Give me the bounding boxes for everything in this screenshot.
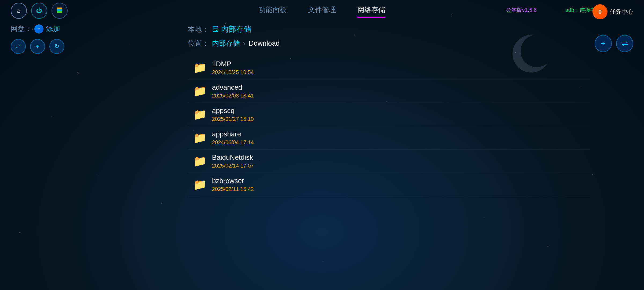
tab-function[interactable]: 功能面板 <box>259 5 287 17</box>
svg-rect-2 <box>57 11 62 13</box>
task-center-label[interactable]: 任务中心 <box>610 8 633 16</box>
storage-device-icon: 🖫 <box>212 25 219 34</box>
file-item[interactable]: 📁 1DMP 2024/10/25 10:54 <box>188 56 590 79</box>
right-plus-icon: + <box>601 39 605 48</box>
add-icon: + <box>36 43 39 50</box>
file-info: appscq 2025/01/27 15:10 <box>212 107 254 122</box>
left-icon-buttons: ⌂ ⏻ <box>11 3 68 19</box>
home-icon: ⌂ <box>17 7 20 14</box>
adb-status: adb：连接中 <box>565 6 596 14</box>
local-label: 本地： <box>188 25 209 34</box>
file-item[interactable]: 📁 BaiduNetdisk 2025/02/14 17:07 <box>188 150 590 173</box>
file-info: BaiduNetdisk 2025/02/14 17:07 <box>212 153 254 169</box>
transfer-icon: ⇌ <box>16 43 21 50</box>
home-button[interactable]: ⌂ <box>11 3 27 19</box>
file-name: BaiduNetdisk <box>212 153 254 162</box>
svg-rect-0 <box>57 8 62 9</box>
file-name: bzbrowser <box>212 177 254 185</box>
add-netdisk-button[interactable]: + <box>34 24 43 34</box>
file-item[interactable]: 📁 bzbrowser 2025/02/11 15:42 <box>188 173 590 196</box>
file-date: 2025/01/27 15:10 <box>212 116 254 122</box>
file-name: 1DMP <box>212 60 254 68</box>
file-info: bzbrowser 2025/02/11 15:42 <box>212 177 254 192</box>
folder-icon: 📁 <box>193 178 207 191</box>
file-item[interactable]: 📁 advanced 2025/02/08 18:41 <box>188 79 590 103</box>
layers-icon <box>56 6 63 15</box>
file-list: 📁 1DMP 2024/10/25 10:54 📁 advanced 2025/… <box>188 56 590 196</box>
file-date: 2024/06/04 17:14 <box>212 139 254 146</box>
file-name: appshare <box>212 130 254 138</box>
breadcrumb-root[interactable]: 内部存储 <box>212 39 240 48</box>
right-transfer-button[interactable]: ⇌ <box>616 35 633 52</box>
version-info: 公签版v1.5.6 <box>506 6 537 14</box>
file-date: 2025/02/11 15:42 <box>212 186 254 192</box>
task-center: 0 任务中心 <box>592 4 633 19</box>
storage-header: 本地： 🖫 内部存储 <box>188 24 590 34</box>
right-action-row: + ⇌ <box>595 35 633 52</box>
folder-icon: 📁 <box>193 132 207 144</box>
add-label[interactable]: 添加 <box>46 24 60 34</box>
left-sidebar: 网盘： + 添加 ⇌ + ↻ <box>11 24 91 54</box>
file-info: advanced 2025/02/08 18:41 <box>212 83 254 99</box>
breadcrumb-separator: › <box>243 39 246 48</box>
file-info: 1DMP 2024/10/25 10:54 <box>212 60 254 75</box>
breadcrumb-current: Download <box>249 39 280 48</box>
file-item[interactable]: 📁 appscq 2025/01/27 15:10 <box>188 103 590 126</box>
file-info: appshare 2024/06/04 17:14 <box>212 130 254 146</box>
transfer-button[interactable]: ⇌ <box>11 39 26 54</box>
main-content: 本地： 🖫 内部存储 位置： 内部存储 › Download 📁 1DMP 20… <box>188 24 590 290</box>
folder-icon: 📁 <box>193 61 207 74</box>
storage-name-text: 内部存储 <box>221 24 251 34</box>
file-date: 2025/02/08 18:41 <box>212 93 254 99</box>
task-badge[interactable]: 0 <box>592 4 608 19</box>
refresh-button[interactable]: ↻ <box>49 39 64 54</box>
storage-name: 🖫 内部存储 <box>212 24 251 34</box>
plus-icon: + <box>37 26 41 32</box>
file-date: 2025/02/14 17:07 <box>212 163 254 169</box>
breadcrumb: 位置： 内部存储 › Download <box>188 39 590 48</box>
refresh-icon: ↻ <box>54 43 59 50</box>
sidebar-actions: ⇌ + ↻ <box>11 39 91 54</box>
svg-rect-1 <box>57 9 62 11</box>
layers-button[interactable] <box>52 3 68 19</box>
right-actions: + ⇌ <box>595 35 633 52</box>
tab-file[interactable]: 文件管理 <box>308 5 336 17</box>
netdisk-header: 网盘： + 添加 <box>11 24 91 34</box>
topbar: ⌂ ⏻ 功能面板 文件管理 网络存储 公签版v1.5.6 <box>0 0 644 21</box>
power-button[interactable]: ⏻ <box>31 3 47 19</box>
folder-icon: 📁 <box>193 85 207 97</box>
tab-network[interactable]: 网络存储 <box>357 5 385 17</box>
file-date: 2024/10/25 10:54 <box>212 69 254 75</box>
nav-tabs: 功能面板 文件管理 网络存储 <box>259 5 385 17</box>
right-add-button[interactable]: + <box>595 35 612 52</box>
folder-icon: 📁 <box>193 155 207 168</box>
power-icon: ⏻ <box>36 7 42 14</box>
location-label: 位置： <box>188 39 209 48</box>
add-button[interactable]: + <box>30 39 45 54</box>
right-transfer-icon: ⇌ <box>622 39 628 48</box>
folder-icon: 📁 <box>193 108 207 121</box>
file-name: appscq <box>212 107 254 115</box>
file-name: advanced <box>212 83 254 92</box>
file-item[interactable]: 📁 appshare 2024/06/04 17:14 <box>188 126 590 150</box>
